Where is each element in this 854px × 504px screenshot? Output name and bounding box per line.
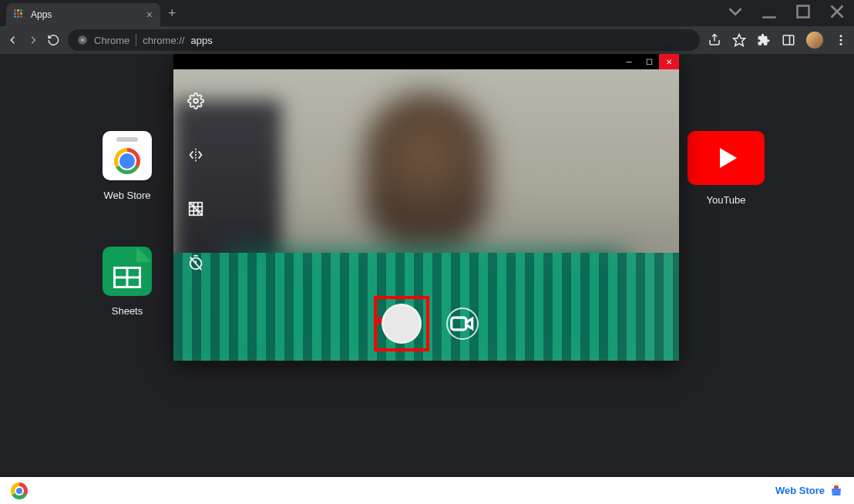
- app-tile-sheets[interactable]: Sheets: [81, 247, 173, 317]
- camera-app-window: ─ ☐ ✕ ➤: [173, 54, 679, 361]
- apps-page-content: Web Store Sheets YouTube ─ ☐ ✕: [0, 54, 854, 474]
- camera-mirror-icon[interactable]: [187, 146, 204, 163]
- svg-point-11: [840, 39, 842, 42]
- menu-kebab-icon[interactable]: [834, 33, 848, 47]
- svg-marker-7: [734, 35, 745, 46]
- side-panel-icon[interactable]: [782, 33, 795, 47]
- svg-rect-1: [798, 6, 809, 18]
- tab-title: Apps: [31, 9, 52, 20]
- browser-toolbar: Chrome chrome://apps: [0, 26, 854, 54]
- chrome-scheme-icon: [77, 35, 88, 45]
- webstore-bag-icon: [829, 484, 843, 498]
- app-label: Sheets: [81, 305, 173, 317]
- annotation-highlight-box: [374, 296, 429, 351]
- app-tile-webstore[interactable]: Web Store: [81, 131, 173, 201]
- svg-rect-8: [783, 35, 794, 45]
- camera-video-mode-button[interactable]: [446, 307, 479, 340]
- extensions-puzzle-icon[interactable]: [757, 33, 771, 47]
- reload-button[interactable]: [47, 31, 60, 49]
- app-tile-youtube[interactable]: YouTube: [680, 131, 772, 206]
- addr-divider: [136, 34, 136, 46]
- camera-grid-icon[interactable]: [187, 200, 204, 217]
- sheets-icon: [103, 247, 152, 296]
- svg-point-12: [840, 43, 842, 45]
- bookmark-star-icon[interactable]: [732, 33, 746, 47]
- webstore-icon: [103, 131, 152, 180]
- app-label: Web Store: [81, 190, 173, 201]
- svg-point-10: [840, 35, 842, 37]
- camera-shutter-button[interactable]: [382, 304, 422, 344]
- svg-rect-25: [452, 318, 466, 330]
- apps-favicon-icon: [14, 9, 25, 20]
- os-window-controls: [718, 0, 854, 23]
- youtube-icon: [688, 131, 765, 185]
- share-icon[interactable]: [708, 33, 721, 47]
- url-prefix: Chrome: [94, 35, 129, 46]
- apps-bottom-bar: Web Store: [0, 477, 854, 504]
- os-close-icon[interactable]: [820, 0, 854, 23]
- url-scheme: chrome://: [143, 35, 184, 46]
- camera-timer-off-icon[interactable]: [187, 254, 204, 271]
- camera-close-icon[interactable]: ✕: [659, 54, 679, 69]
- camera-maximize-icon[interactable]: ☐: [639, 54, 659, 69]
- os-maximize-icon[interactable]: [786, 0, 820, 23]
- os-minimize-icon[interactable]: [752, 0, 786, 23]
- url-path: apps: [190, 35, 212, 46]
- address-bar[interactable]: Chrome chrome://apps: [68, 29, 700, 51]
- browser-tab-apps[interactable]: Apps ×: [6, 3, 160, 26]
- app-label: YouTube: [680, 194, 772, 206]
- camera-minimize-icon[interactable]: ─: [619, 54, 639, 69]
- svg-line-20: [190, 203, 203, 216]
- camera-viewfinder: ➤: [173, 69, 679, 361]
- chrome-logo-icon: [11, 482, 28, 499]
- back-button[interactable]: [6, 31, 19, 49]
- svg-point-13: [193, 99, 198, 103]
- camera-settings-gear-icon[interactable]: [187, 92, 204, 109]
- tab-close-icon[interactable]: ×: [146, 8, 153, 21]
- profile-avatar[interactable]: [806, 32, 823, 49]
- webstore-link-label: Web Store: [775, 485, 825, 496]
- camera-side-toolbar: [187, 92, 204, 271]
- forward-button[interactable]: [27, 31, 40, 49]
- svg-point-5: [81, 39, 85, 42]
- camera-window-controls: ─ ☐ ✕: [173, 54, 679, 69]
- new-tab-button[interactable]: +: [168, 5, 177, 22]
- webstore-link[interactable]: Web Store: [775, 484, 843, 498]
- os-dropdown-icon[interactable]: [718, 0, 752, 23]
